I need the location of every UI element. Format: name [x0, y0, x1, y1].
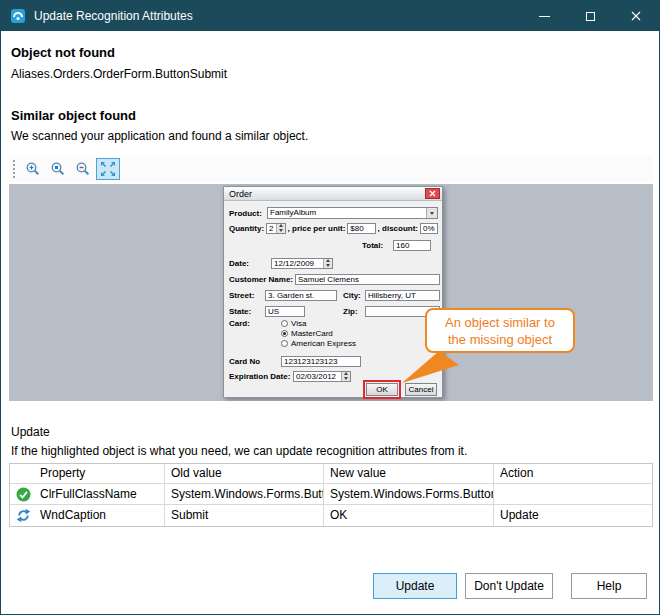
radio-icon: [281, 320, 288, 327]
date-value: 12/12/2009: [272, 259, 323, 268]
table-cell-action[interactable]: Update: [494, 505, 652, 526]
caption-buttons: [521, 1, 659, 31]
ok-button-highlighted[interactable]: OK: [366, 383, 398, 396]
zoom-out-icon: [75, 161, 91, 177]
city-label: City:: [343, 291, 361, 300]
radio-selected-icon: [281, 330, 288, 337]
dialog-content: Object not found Aliases.Orders.OrderFor…: [1, 31, 659, 615]
product-combobox[interactable]: FamilyAlbum: [267, 207, 438, 219]
table-cell-action[interactable]: [494, 484, 652, 505]
zoom-selection-button[interactable]: [46, 158, 70, 180]
order-close-icon: [429, 190, 436, 197]
callout-line1: An object similar to: [445, 314, 555, 331]
product-value: FamilyAlbum: [268, 208, 426, 218]
object-not-found-heading: Object not found: [11, 45, 115, 60]
help-button[interactable]: Help: [571, 573, 647, 599]
price-value: $80: [350, 224, 363, 233]
card-no-label: Card No: [229, 357, 260, 366]
zoom-in-icon: [25, 161, 41, 177]
date-row: Date: 12/12/2009: [229, 257, 438, 269]
street-value: 3. Garden st.: [268, 291, 314, 300]
col-header-new-value[interactable]: New value: [324, 464, 494, 484]
attributes-table: Property Old value New value Action ClrF…: [9, 463, 653, 527]
expiration-date-value: 02/03/2012: [294, 372, 341, 381]
dont-update-button[interactable]: Don't Update: [465, 573, 553, 599]
radio-visa[interactable]: Visa: [281, 318, 306, 328]
total-label: Total:: [362, 241, 383, 250]
table-row-property[interactable]: ClrFullClassName: [10, 484, 165, 505]
missing-object-path: Aliases.Orders.OrderForm.ButtonSubmit: [11, 67, 227, 81]
update-heading: Update: [11, 425, 50, 439]
state-field[interactable]: US: [265, 306, 305, 317]
col-header-property[interactable]: Property: [10, 464, 165, 484]
date-spin-icons[interactable]: [323, 259, 332, 268]
title-bar[interactable]: Update Recognition Attributes: [1, 1, 659, 31]
minimize-icon: [539, 16, 550, 17]
property-name: ClrFullClassName: [40, 487, 137, 501]
expiration-spin-icons[interactable]: [341, 372, 350, 381]
update-button[interactable]: Update: [373, 573, 457, 599]
state-value: US: [268, 307, 279, 316]
radio-mastercard-label: MasterCard: [291, 329, 333, 338]
fit-to-screen-icon: [100, 161, 116, 177]
customer-row: Customer Name: Samuel Clemens: [229, 273, 438, 285]
total-value: 160: [396, 241, 409, 250]
fit-to-screen-button[interactable]: [96, 158, 120, 180]
zoom-in-button[interactable]: [21, 158, 45, 180]
city-field[interactable]: Hillsberry, UT: [365, 290, 440, 301]
table-cell-new-value[interactable]: OK: [324, 505, 494, 526]
table-cell-old-value[interactable]: System.Windows.Forms.Button: [165, 484, 324, 505]
col-header-old-value[interactable]: Old value: [165, 464, 324, 484]
quantity-stepper[interactable]: 2: [266, 223, 285, 234]
table-row-property[interactable]: WndCaption: [10, 505, 165, 526]
ok-button-label: OK: [376, 385, 388, 394]
order-form-close-button[interactable]: [425, 188, 440, 199]
callout-line2: the missing object: [448, 331, 552, 348]
close-button[interactable]: [613, 1, 659, 31]
discount-label: , discount:: [378, 224, 418, 233]
street-field[interactable]: 3. Garden st.: [265, 290, 337, 301]
radio-mastercard[interactable]: MasterCard: [281, 328, 333, 338]
property-name: WndCaption: [40, 508, 106, 522]
total-row: Total: 160: [229, 239, 438, 251]
total-field[interactable]: 160: [393, 240, 431, 251]
maximize-button[interactable]: [567, 1, 613, 31]
date-field[interactable]: 12/12/2009: [271, 258, 333, 269]
table-cell-old-value[interactable]: Submit: [165, 505, 324, 526]
col-header-action[interactable]: Action: [494, 464, 652, 484]
state-row: State: US Zip:: [229, 305, 438, 317]
combo-arrow-icon: [426, 208, 437, 218]
state-label: State:: [229, 307, 251, 316]
order-form-titlebar: Order: [224, 187, 442, 201]
customer-name-field[interactable]: Samuel Clemens: [295, 274, 440, 285]
product-label: Product:: [229, 209, 262, 218]
discount-field[interactable]: 0%: [420, 223, 438, 234]
card-label: Card:: [229, 319, 250, 328]
zoom-out-button[interactable]: [71, 158, 95, 180]
price-field[interactable]: $80: [347, 223, 375, 234]
customer-name-label: Customer Name:: [229, 275, 293, 284]
toolbar-grip[interactable]: [13, 160, 16, 178]
street-label: Street:: [229, 291, 254, 300]
card-no-field[interactable]: 123123123123: [281, 356, 361, 367]
close-icon: [630, 10, 642, 22]
customer-name-value: Samuel Clemens: [298, 275, 359, 284]
order-form-title: Order: [229, 189, 252, 199]
discount-value: 0%: [423, 224, 435, 233]
callout-arrow: [397, 347, 467, 387]
maximize-icon: [586, 12, 595, 21]
object-preview-area: Order Product: FamilyAlbum Quant: [9, 184, 653, 401]
radio-icon: [281, 340, 288, 347]
similar-object-description: We scanned your application and found a …: [11, 129, 308, 143]
update-recognition-attributes-dialog: Update Recognition Attributes Object not…: [0, 0, 660, 615]
table-cell-new-value[interactable]: System.Windows.Forms.Button: [324, 484, 494, 505]
quantity-spin-icons[interactable]: [276, 224, 285, 233]
product-row: Product: FamilyAlbum: [229, 207, 438, 219]
radio-american-express-label: American Express: [291, 339, 356, 348]
preview-toolbar: [9, 156, 653, 182]
expiration-date-field[interactable]: 02/03/2012: [293, 371, 351, 382]
refresh-icon: [16, 508, 31, 523]
similar-object-heading: Similar object found: [11, 108, 136, 123]
radio-american-express[interactable]: American Express: [281, 338, 356, 348]
minimize-button[interactable]: [521, 1, 567, 31]
